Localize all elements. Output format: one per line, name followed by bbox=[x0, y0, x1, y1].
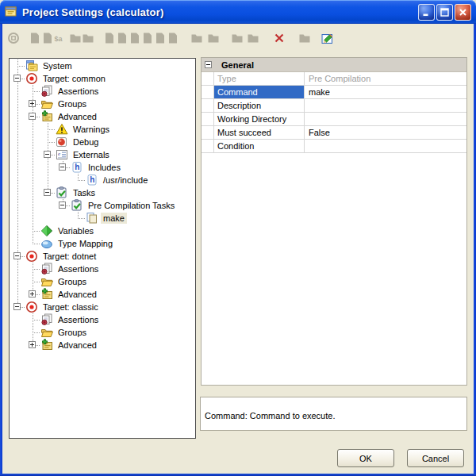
tree-item-variables[interactable]: Variables bbox=[10, 225, 96, 237]
tree-guide bbox=[10, 212, 25, 225]
tree-guide bbox=[10, 123, 25, 136]
tree-item-assertions[interactable]: Assertions bbox=[10, 313, 101, 326]
ok-button[interactable]: OK bbox=[337, 449, 394, 467]
tree-item-label: Type Mapping bbox=[56, 238, 115, 249]
minimize-icon bbox=[421, 7, 432, 17]
tree-guide bbox=[40, 161, 56, 174]
collapse-toggle[interactable] bbox=[59, 202, 66, 209]
tree-item-label: Variables bbox=[56, 225, 96, 236]
tree-guide bbox=[10, 301, 25, 313]
target-icon bbox=[25, 301, 38, 313]
maximize-button[interactable] bbox=[436, 4, 453, 21]
tree-guide bbox=[25, 136, 40, 148]
tree-guide bbox=[10, 263, 25, 275]
target-icon bbox=[25, 72, 38, 85]
tree-item-label: Pre Compilation Tasks bbox=[86, 200, 177, 211]
tree-item-make[interactable]: make bbox=[10, 212, 127, 225]
tree-guide bbox=[40, 174, 56, 186]
tree-item-externals[interactable]: Externals bbox=[10, 148, 112, 161]
collapse-toggle[interactable] bbox=[13, 252, 21, 259]
folder-tool-icon bbox=[298, 32, 311, 44]
tree-item-assertions[interactable]: Assertions bbox=[10, 85, 101, 98]
cancel-button[interactable]: Cancel bbox=[407, 449, 464, 467]
expand-toggle[interactable] bbox=[29, 100, 36, 107]
tree-item-assertions[interactable]: Assertions bbox=[10, 263, 101, 275]
edit-icon[interactable] bbox=[321, 32, 334, 44]
tree-item-groups[interactable]: Groups bbox=[10, 98, 89, 110]
minimize-button[interactable] bbox=[418, 4, 435, 21]
tree-item-label: Target: dotnet bbox=[40, 251, 98, 262]
category-header[interactable]: General bbox=[202, 58, 466, 72]
document-tool-icon bbox=[29, 32, 41, 44]
tree-item-pre-compilation-tasks[interactable]: Pre Compilation Tasks bbox=[10, 199, 177, 212]
tree-item-advanced[interactable]: Advanced bbox=[10, 288, 99, 301]
property-label[interactable]: Command bbox=[214, 86, 305, 98]
tree-item-label: Groups bbox=[56, 98, 89, 109]
tree-item-debug[interactable]: Debug bbox=[10, 136, 101, 148]
collapse-toggle[interactable] bbox=[13, 75, 21, 82]
tree-item-includes[interactable]: Includes bbox=[10, 161, 123, 174]
tree-item-type-mapping[interactable]: Type Mapping bbox=[10, 237, 115, 250]
property-label[interactable]: Must succeed bbox=[214, 126, 305, 139]
collapse-toggle[interactable] bbox=[44, 151, 51, 158]
collapse-category-button[interactable] bbox=[205, 61, 212, 68]
tree-item-advanced[interactable]: Advanced bbox=[10, 110, 99, 123]
make-icon bbox=[86, 212, 98, 225]
collapse-toggle[interactable] bbox=[29, 113, 36, 120]
expand-toggle[interactable] bbox=[29, 341, 36, 348]
tree-guide bbox=[25, 174, 40, 186]
delete-icon[interactable] bbox=[273, 32, 286, 44]
tree-guide bbox=[10, 186, 25, 199]
property-value[interactable] bbox=[305, 113, 466, 125]
rename-icon bbox=[54, 32, 67, 44]
property-value[interactable] bbox=[305, 140, 466, 152]
property-value[interactable]: False bbox=[305, 126, 466, 139]
property-help-text: Command: Command to execute. bbox=[205, 411, 335, 420]
tree-item-target-dotnet[interactable]: Target: dotnet bbox=[10, 250, 98, 263]
tree-guide bbox=[25, 110, 40, 123]
tree-item-groups[interactable]: Groups bbox=[10, 326, 89, 339]
expand-toggle[interactable] bbox=[29, 290, 36, 298]
project-tree[interactable]: SystemTarget: commonAssertionsGroupsAdva… bbox=[9, 58, 196, 439]
property-row-working-directory: Working Directory bbox=[202, 113, 466, 126]
system-icon bbox=[25, 60, 38, 72]
tree-item-tasks[interactable]: Tasks bbox=[10, 186, 98, 199]
tree-item-warnings[interactable]: Warnings bbox=[10, 123, 112, 136]
property-label[interactable]: Working Directory bbox=[214, 113, 305, 125]
tree-item-system[interactable]: System bbox=[10, 60, 75, 72]
row-indent bbox=[202, 99, 214, 112]
collapse-toggle[interactable] bbox=[13, 303, 21, 310]
tree-guide bbox=[40, 123, 56, 136]
property-help-panel: Command: Command to execute. bbox=[200, 397, 467, 431]
row-indent bbox=[202, 113, 214, 125]
property-value[interactable] bbox=[305, 99, 466, 112]
window-controls bbox=[418, 4, 471, 21]
tree-guide bbox=[25, 186, 40, 199]
tree-item-groups[interactable]: Groups bbox=[10, 275, 89, 288]
tree-guide bbox=[10, 275, 25, 288]
property-value[interactable]: Pre Compilation bbox=[305, 72, 466, 85]
tree-item-advanced[interactable]: Advanced bbox=[10, 339, 99, 351]
tree-item-label: Tasks bbox=[71, 187, 98, 198]
assertions-icon bbox=[40, 263, 53, 275]
collapse-toggle[interactable] bbox=[44, 189, 51, 196]
category-label: General bbox=[221, 60, 254, 70]
tree-item-usr-include[interactable]: /usr/include bbox=[10, 174, 150, 186]
tree-item-target-classic[interactable]: Target: classic bbox=[10, 301, 101, 313]
titlebar[interactable]: Project Settings (calculator) bbox=[0, 0, 476, 24]
tree-guide bbox=[25, 275, 40, 288]
collapse-toggle[interactable] bbox=[59, 163, 66, 171]
close-button[interactable] bbox=[455, 4, 471, 21]
folder-tool-icon bbox=[207, 32, 220, 44]
document-tool-icon bbox=[41, 32, 54, 44]
toolbar bbox=[2, 24, 474, 52]
property-rows: TypePre CompilationCommandmakeDescriptio… bbox=[202, 72, 466, 153]
tree-item-target-common[interactable]: Target: common bbox=[10, 72, 108, 85]
property-value[interactable]: make bbox=[305, 86, 466, 98]
property-label[interactable]: Condition bbox=[214, 140, 305, 152]
row-indent bbox=[202, 72, 214, 85]
tree-item-label: Groups bbox=[56, 276, 89, 287]
property-label[interactable]: Type bbox=[214, 72, 305, 85]
property-label[interactable]: Description bbox=[214, 99, 305, 112]
document-tool-icon bbox=[129, 32, 141, 44]
